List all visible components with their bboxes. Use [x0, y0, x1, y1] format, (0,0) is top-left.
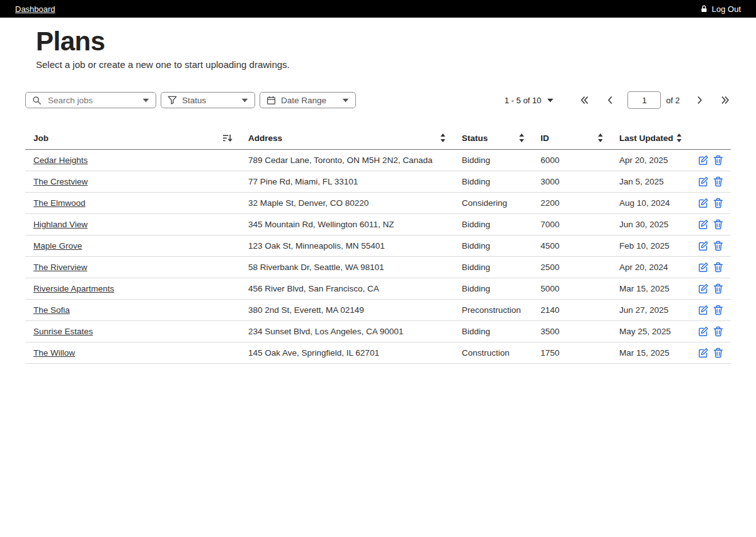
job-link[interactable]: The Elmwood [33, 198, 86, 208]
job-link[interactable]: Maple Grove [33, 241, 82, 251]
filter-icon [168, 96, 177, 105]
edit-button[interactable] [698, 155, 709, 166]
sort-last-updated-button[interactable] [676, 133, 682, 143]
delete-button[interactable] [713, 348, 723, 358]
trash-icon [713, 305, 723, 315]
table-row: Maple Grove 123 Oak St, Minneapolis, MN … [25, 235, 731, 257]
id-cell: 4500 [532, 235, 611, 257]
job-link[interactable]: The Sofia [33, 305, 70, 315]
delete-button[interactable] [713, 326, 723, 337]
edit-button[interactable] [698, 176, 709, 187]
previous-page-button[interactable] [606, 95, 614, 105]
address-cell: 77 Pine Rd, Miami, FL 33101 [240, 171, 454, 193]
delete-button[interactable] [713, 219, 723, 230]
edit-icon [698, 305, 709, 315]
status-cell: Preconstruction [454, 300, 532, 321]
id-cell: 3000 [532, 171, 611, 193]
column-header-actions [690, 129, 731, 150]
job-link[interactable]: Riverside Apartments [33, 284, 114, 293]
delete-button[interactable] [713, 240, 723, 251]
edit-button[interactable] [698, 348, 709, 358]
status-filter-label: Status [182, 96, 236, 105]
status-cell: Construction [454, 342, 532, 364]
actions-cell [690, 150, 731, 171]
trash-icon [713, 348, 723, 358]
job-link[interactable]: The Riverview [33, 263, 88, 272]
column-label: Status [462, 133, 488, 143]
actions-cell [690, 300, 731, 321]
search-input[interactable] [47, 95, 137, 106]
edit-icon [698, 348, 709, 358]
last-page-button[interactable] [720, 95, 731, 105]
double-chevron-left-icon [579, 95, 590, 105]
actions-cell [690, 342, 731, 364]
column-header-last-updated: Last Updated [611, 129, 690, 150]
page-count-label: of 2 [666, 96, 680, 105]
search-jobs-dropdown[interactable] [25, 92, 156, 108]
delete-button[interactable] [713, 198, 723, 208]
id-cell: 1750 [532, 342, 611, 364]
edit-button[interactable] [698, 305, 709, 315]
next-page-button[interactable] [696, 95, 704, 105]
status-cell: Bidding [454, 171, 532, 193]
sort-job-button[interactable] [222, 133, 232, 143]
edit-button[interactable] [698, 326, 709, 337]
sort-updown-icon [440, 133, 446, 143]
job-link[interactable]: Highland View [33, 220, 88, 229]
edit-button[interactable] [698, 283, 709, 294]
logout-button[interactable]: Log Out [700, 4, 741, 14]
column-label: Job [33, 133, 49, 143]
delete-button[interactable] [713, 283, 723, 294]
edit-button[interactable] [698, 198, 709, 208]
delete-button[interactable] [713, 305, 723, 315]
calendar-icon [266, 96, 276, 105]
job-link[interactable]: The Willow [33, 348, 75, 358]
rows-range-dropdown[interactable]: 1 - 5 of 10 [505, 96, 554, 105]
search-icon [32, 96, 42, 105]
column-label: Address [248, 133, 282, 143]
status-filter-dropdown[interactable]: Status [161, 92, 255, 108]
edit-button[interactable] [698, 240, 709, 251]
chevron-down-icon [241, 98, 248, 103]
job-cell: The Sofia [25, 300, 240, 321]
date-range-dropdown[interactable]: Date Range [260, 92, 356, 108]
delete-button[interactable] [713, 262, 723, 273]
table-header-row: Job Address [25, 129, 731, 150]
sort-address-button[interactable] [440, 133, 446, 143]
trash-icon [713, 176, 723, 187]
rows-range-label: 1 - 5 of 10 [505, 96, 542, 105]
sort-id-button[interactable] [597, 133, 604, 143]
jobs-table: Job Address [25, 129, 731, 364]
last-updated-cell: Jun 27, 2025 [611, 300, 690, 321]
id-cell: 2140 [532, 300, 611, 321]
status-cell: Bidding [454, 214, 532, 235]
status-cell: Bidding [454, 257, 532, 278]
trash-icon [713, 326, 723, 337]
main-content: Plans Select a job or create a new one t… [0, 26, 756, 364]
logout-label: Log Out [712, 4, 741, 14]
table-row: Highland View 345 Mountain Rd, Wellingto… [25, 214, 731, 235]
edit-button[interactable] [698, 219, 709, 230]
page-number-input[interactable] [627, 91, 661, 109]
table-row: The Riverview 58 Riverbank Dr, Seattle, … [25, 257, 731, 278]
edit-button[interactable] [698, 262, 709, 273]
address-cell: 145 Oak Ave, Springfield, IL 62701 [240, 342, 454, 364]
sort-status-button[interactable] [518, 133, 525, 143]
status-cell: Bidding [454, 321, 532, 342]
actions-cell [690, 171, 731, 193]
actions-cell [690, 193, 731, 214]
delete-button[interactable] [713, 176, 723, 187]
job-link[interactable]: Cedar Heights [33, 155, 88, 165]
chevron-right-icon [696, 95, 704, 105]
address-cell: 58 Riverbank Dr, Seattle, WA 98101 [240, 257, 454, 278]
job-link[interactable]: The Crestview [33, 177, 88, 186]
column-label: ID [541, 133, 549, 143]
table-row: The Willow 145 Oak Ave, Springfield, IL … [25, 342, 731, 364]
first-page-button[interactable] [579, 95, 590, 105]
dashboard-link[interactable]: Dashboard [15, 4, 55, 14]
last-updated-cell: Mar 15, 2025 [611, 278, 690, 300]
delete-button[interactable] [713, 155, 723, 166]
page-title: Plans [36, 26, 731, 57]
job-link[interactable]: Sunrise Estates [33, 327, 93, 336]
last-updated-cell: Feb 10, 2025 [611, 235, 690, 257]
